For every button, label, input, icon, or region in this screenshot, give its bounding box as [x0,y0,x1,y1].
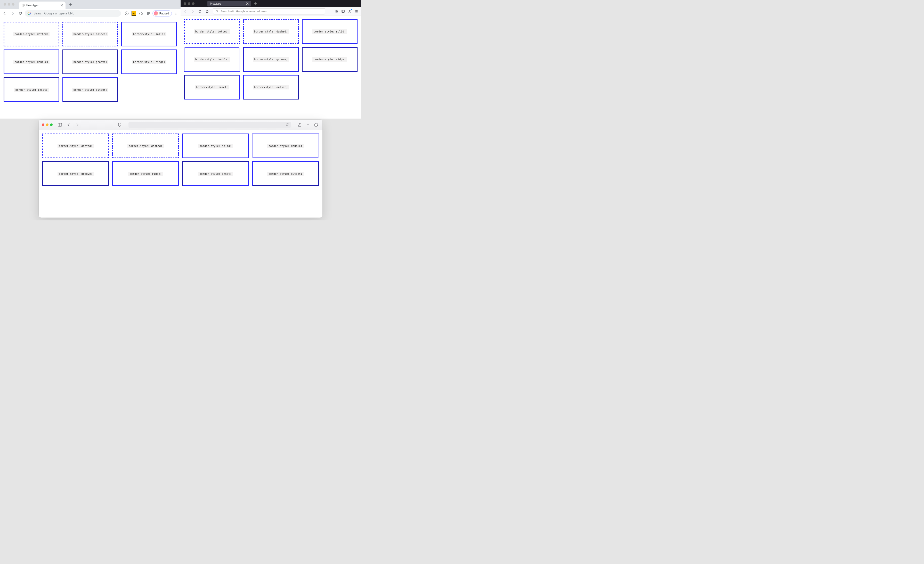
window-minimize-icon[interactable] [188,2,190,5]
demo-card-double: border-style: double; [184,47,240,72]
library-icon [334,9,338,13]
new-tab-button[interactable] [67,1,74,8]
svg-rect-12 [58,123,62,126]
window-minimize-icon[interactable] [8,3,10,6]
account-button[interactable] [347,8,353,15]
omnibox[interactable]: Search Google or type a URL [25,10,121,17]
plus-icon [69,3,72,6]
home-icon [206,9,209,13]
window-close-icon[interactable] [42,123,44,126]
css-label: border-style: dotted; [57,144,94,148]
demo-card-dashed: border-style: dashed; [112,133,179,158]
back-button[interactable] [182,8,189,15]
tab-title: Prototype [26,4,59,7]
sidebar-icon [58,123,62,127]
tab-favicon-globe-icon [22,4,25,7]
demo-card-solid: border-style: solid; [302,19,357,44]
forward-button[interactable] [74,122,81,128]
share-button[interactable] [297,122,303,128]
sidebar-button[interactable] [340,8,346,15]
tab-close-icon[interactable] [60,4,63,6]
puzzle-icon [139,11,143,15]
reading-list-button[interactable] [145,10,152,16]
back-button[interactable] [66,122,72,128]
firefox-toolbar: Search with Google or enter address [181,7,361,15]
reload-button[interactable] [196,8,203,15]
window-minimize-icon[interactable] [46,123,48,126]
forward-button[interactable] [9,10,16,17]
css-label: border-style: solid; [312,29,347,34]
demo-card-dotted: border-style: dotted; [184,19,240,44]
chrome-toolbar: Search Google or type a URL JS Paused [0,9,181,18]
css-label: border-style: dashed; [72,32,109,36]
css-label: border-style: dotted; [194,29,230,34]
css-label: border-style: double; [267,144,304,148]
info-icon [124,11,129,15]
extension-js-button[interactable]: JS [131,10,137,16]
chrome-window: Prototype Search Google or type a URL [0,0,181,118]
readinglist-icon [146,11,150,15]
browser-tab[interactable]: Prototype [19,1,66,9]
window-zoom-icon[interactable] [12,3,15,6]
demo-card-inset: border-style: inset; [4,77,59,102]
css-label: border-style: groove; [253,57,289,61]
demo-card-groove: border-style: groove; [243,47,299,72]
window-zoom-icon[interactable] [192,2,195,5]
new-tab-button[interactable] [305,122,311,128]
profile-chip[interactable]: Paused [153,10,172,16]
border-demo-grid: border-style: dotted; border-style: dash… [184,19,357,100]
window-close-icon[interactable] [4,3,6,6]
demo-card-double: border-style: double; [4,49,59,74]
reload-icon[interactable] [285,123,289,126]
css-label: border-style: solid; [132,32,166,36]
demo-card-outset: border-style: outset; [243,75,299,100]
arrow-right-icon [191,9,195,13]
shield-icon [118,123,122,127]
home-button[interactable] [204,8,210,15]
svg-rect-10 [342,10,345,12]
safari-urlbar[interactable] [129,122,291,128]
toolbar-right: JS Paused [123,10,179,16]
urlbar[interactable]: Search with Google or enter address [213,8,325,15]
demo-card-dashed: border-style: dashed; [62,22,118,46]
demo-card-outset: border-style: outset; [252,162,319,186]
window-controls [4,3,15,6]
library-button[interactable] [333,8,339,15]
css-label: border-style: dashed; [128,144,164,148]
css-label: border-style: groove; [72,60,109,64]
css-label: border-style: dotted; [14,32,50,36]
privacy-report-button[interactable] [117,122,123,128]
firefox-window: Prototype Search with Google or enter ad… [181,0,361,118]
new-tab-button[interactable] [252,0,258,7]
window-zoom-icon[interactable] [50,123,52,126]
arrow-left-icon [184,9,187,13]
svg-rect-14 [315,124,317,126]
page-info-button[interactable] [123,10,130,16]
tab-overview-button[interactable] [313,122,320,128]
css-label: border-style: solid; [198,144,232,148]
extensions-button[interactable] [138,10,144,16]
svg-point-6 [176,12,176,12]
tab-close-icon[interactable] [246,2,249,5]
safari-viewport: border-style: dotted; border-style: dash… [39,130,322,218]
css-label: border-style: ridge; [128,172,163,176]
back-button[interactable] [2,10,8,17]
demo-card-dotted: border-style: dotted; [42,133,109,158]
app-menu-button[interactable] [353,8,360,15]
reload-button[interactable] [17,10,24,17]
forward-button[interactable] [189,8,196,15]
safari-toolbar [39,120,322,130]
css-label: border-style: outset; [267,172,304,176]
chrome-menu-button[interactable] [173,10,179,16]
demo-card-inset: border-style: inset; [184,75,240,100]
window-close-icon[interactable] [184,2,186,5]
sidebar-icon [341,9,345,13]
chevron-left-icon [68,123,70,127]
sidebar-button[interactable] [57,122,63,128]
browser-tab[interactable]: Prototype [207,1,251,6]
demo-card-dashed: border-style: dashed; [243,19,299,44]
tab-title: Prototype [210,2,244,5]
hamburger-icon [355,9,358,13]
css-label: border-style: double; [194,57,230,61]
svg-point-8 [176,14,176,15]
